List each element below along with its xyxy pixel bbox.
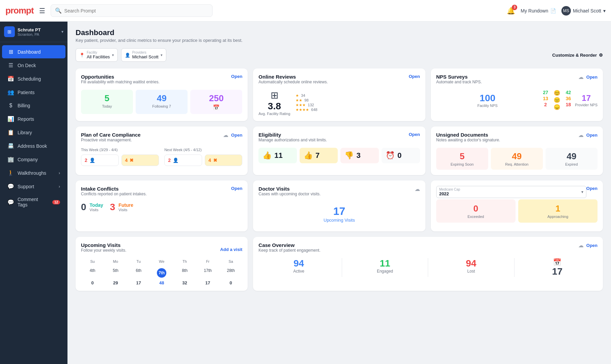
provider-filter-label: Providers (132, 51, 159, 54)
sidebar-item-label: Dashboard (18, 49, 41, 55)
unsigned-docs-open-link[interactable]: Open (586, 133, 598, 138)
poc-week2-num1: 2 (168, 158, 171, 163)
sidebar-item-address-book[interactable]: 📇 Address Book (2, 139, 65, 152)
cal-date-4[interactable]: 4th (81, 267, 104, 279)
star-row-3: ★★★ 132 (296, 103, 420, 107)
sidebar-item-on-deck[interactable]: ☰ On Deck (2, 59, 65, 72)
rundown-label: My Rundown (521, 8, 548, 13)
nps-open-link[interactable]: Open (586, 75, 598, 80)
page-subtitle: Key patient, provider, and clinic metric… (76, 38, 603, 43)
mc-exceeded-stat: 0 Exceeded (436, 199, 516, 223)
search-input[interactable] (64, 8, 208, 13)
sidebar-item-reports[interactable]: 📊 Reports (2, 112, 65, 125)
cal-count-48: 48 (150, 280, 173, 285)
opportunities-open-link[interactable]: Open (231, 74, 242, 79)
search-bar[interactable]: 🔍 (51, 4, 213, 17)
facility-filter[interactable]: 📍 Facility All Facilities ▾ (76, 48, 118, 62)
customize-label: Customize & Reorder (552, 53, 597, 58)
co-engaged-label: Engaged (345, 269, 425, 274)
search-icon: 🔍 (55, 7, 62, 14)
cal-date-5[interactable]: 5th (104, 267, 127, 279)
online-reviews-open-link[interactable]: Open (409, 74, 420, 79)
sidebar-item-label: Patients (18, 90, 35, 95)
unsigned-docs-header: Unsigned Documents Notes awaiting a doct… (436, 132, 598, 146)
star-row-4: ★★★★ 648 (296, 108, 420, 112)
facility-rating: ⊞ 3.8 Avg. Facility Rating (258, 90, 290, 116)
poc-week1-label: This Week (3/29 - 4/4) (81, 148, 159, 152)
dashboard-icon: ⊞ (7, 49, 14, 55)
cal-header: Su Mo Tu We Th Fr Sa (81, 258, 242, 265)
user-avatar: MS (561, 6, 571, 16)
customize-icon: ⚙ (599, 53, 603, 58)
count-3: 132 (308, 103, 314, 107)
cards-grid: Opportunities Fill availability with mat… (76, 68, 603, 291)
provider-filter[interactable]: 👤 Providers Michael Scott ▾ (121, 48, 166, 62)
eligibility-open-link[interactable]: Open (409, 132, 420, 137)
medicare-year-select[interactable]: Medicare Cap 2022 ▾ (436, 186, 586, 198)
sidebar-item-patients[interactable]: 👥 Patients (2, 86, 65, 99)
case-overview-open-link[interactable]: Open (586, 243, 598, 248)
org-selector[interactable]: ⊞ Schrute PT Scranton, PA ▾ (0, 22, 67, 42)
sidebar-item-billing[interactable]: $ Billing (2, 99, 65, 112)
medicare-cap-open-link[interactable]: Open (586, 186, 598, 191)
unsigned-docs-stats: 5 Expiring Soon 49 Req. Attention 49 Exp… (436, 148, 598, 170)
ic-future-num: 3 (110, 202, 115, 213)
facility-nps-label: Facility NPS (436, 104, 539, 108)
sidebar-item-library[interactable]: 📋 Library (2, 126, 65, 139)
poc-open-link[interactable]: Open (231, 133, 242, 138)
nps-score-breakdown: 27 13 2 😊 😐 😞 42 36 18 (543, 90, 571, 110)
provider-nps-label: Provider NPS (575, 103, 598, 107)
mc-approaching-label: Approaching (521, 215, 595, 219)
co-lost-stat: 94 Lost (431, 258, 511, 277)
stars-2: ★★ (296, 98, 302, 103)
nps-surveys-card: NPS Surveys Automate and track NPS. ☁ Op… (431, 68, 603, 121)
cal-date-7[interactable]: 7th (150, 267, 173, 279)
facility-filter-value: All Facilities (87, 54, 110, 59)
add-visit-button[interactable]: Add a visit (220, 247, 243, 252)
hamburger-menu-button[interactable]: ☰ (38, 5, 47, 16)
top-nav: prompt ☰ 🔍 🔔 3 My Rundown 📄 MS Michael S… (0, 0, 611, 22)
thumbsup-yellow-icon: 👍 (304, 151, 313, 160)
opp-following-num: 49 (140, 93, 184, 104)
thumbsdown-icon: 👎 (344, 151, 354, 160)
expiring-soon-num: 5 (440, 151, 485, 162)
library-icon: 📋 (7, 129, 14, 136)
cal-date-28[interactable]: 28th (219, 267, 242, 279)
poc-person2-icon: 👤 (173, 158, 178, 163)
expiring-soon-stat: 5 Expiring Soon (436, 148, 488, 170)
divider-2 (428, 258, 428, 277)
ic-today-sub: Visits (90, 208, 103, 212)
req-attention-label: Req. Attention (494, 162, 539, 166)
sidebar-item-scheduling[interactable]: 📅 Scheduling (2, 72, 65, 85)
main-layout: ⊞ Schrute PT Scranton, PA ▾ ⊞ Dashboard … (0, 22, 611, 364)
facility-filter-icon: 📍 (79, 53, 85, 58)
nps-header: NPS Surveys Automate and track NPS. ☁ Op… (436, 74, 598, 88)
page-header: Dashboard Key patient, provider, and cli… (76, 28, 603, 43)
clock-icon: ⏰ (386, 151, 395, 160)
cal-date-6[interactable]: 6th (127, 267, 150, 279)
sidebar-item-comment-tags[interactable]: 💬 Comment Tags 12 (2, 193, 65, 211)
intake-conflicts-open-link[interactable]: Open (231, 186, 242, 191)
cal-date-8[interactable]: 8th (173, 267, 196, 279)
sidebar-item-company[interactable]: 🏢 Company (2, 153, 65, 166)
mc-exceeded-label: Exceeded (439, 215, 513, 219)
poc-week1-num1: 2 (85, 158, 87, 163)
my-rundown-button[interactable]: My Rundown 📄 (521, 8, 556, 13)
customize-reorder-button[interactable]: Customize & Reorder ⚙ (552, 53, 603, 58)
online-reviews-header: Online Reviews Automatically schedule on… (258, 74, 420, 88)
rating-label: Avg. Facility Rating (258, 112, 290, 116)
rating-grid-icon: ⊞ (258, 90, 290, 101)
elig-stat-1: 👍 11 (258, 148, 297, 163)
notifications-button[interactable]: 🔔 3 (507, 7, 515, 15)
sidebar-item-dashboard[interactable]: ⊞ Dashboard (2, 45, 65, 58)
sidebar-item-support[interactable]: 💬 Support › (2, 180, 65, 193)
poc-week1-num2: 4 (125, 158, 128, 163)
nps-facility-score: 100 Facility NPS (436, 93, 539, 108)
ic-future-info: Future Visits (118, 202, 133, 212)
sidebar-item-walkthroughs[interactable]: 🚶 Walkthroughs › (2, 166, 65, 179)
ic-future-sub: Visits (118, 208, 133, 212)
user-menu-button[interactable]: MS Michael Scott ▾ (561, 6, 606, 16)
sidebar-item-label: Company (18, 157, 38, 162)
cal-date-17[interactable]: 17th (196, 267, 219, 279)
poc-weeks: This Week (3/29 - 4/4) 2 👤 4 ✖ (81, 148, 242, 166)
